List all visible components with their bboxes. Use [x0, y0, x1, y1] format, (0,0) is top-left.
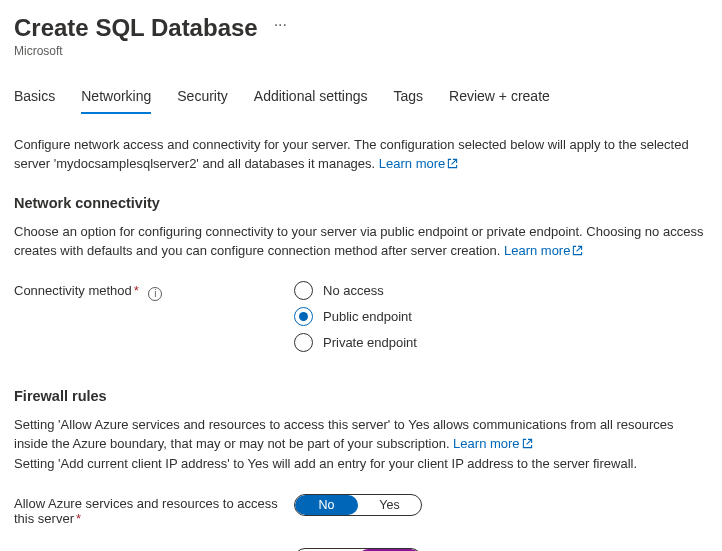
- allow-azure-services-label: Allow Azure services and resources to ac…: [14, 494, 294, 526]
- page-title: Create SQL Database: [14, 14, 258, 42]
- firewall-desc2-body: Setting 'Add current client IP address' …: [14, 456, 637, 471]
- radio-no-access[interactable]: No access: [294, 281, 417, 300]
- firewall-desc1-body: Setting 'Allow Azure services and resour…: [14, 417, 674, 451]
- network-description: Choose an option for configuring connect…: [14, 223, 706, 262]
- radio-label-private: Private endpoint: [323, 335, 417, 350]
- external-link-icon: [447, 156, 458, 175]
- more-actions-button[interactable]: ···: [274, 17, 287, 41]
- publisher-label: Microsoft: [14, 44, 706, 58]
- intro-text: Configure network access and connectivit…: [14, 136, 706, 175]
- intro-learn-more-link[interactable]: Learn more: [379, 156, 458, 171]
- radio-icon: [294, 333, 313, 352]
- tab-bar: Basics Networking Security Additional se…: [14, 84, 706, 114]
- radio-icon: [294, 281, 313, 300]
- tab-review-create[interactable]: Review + create: [449, 84, 550, 114]
- tab-networking[interactable]: Networking: [81, 84, 151, 114]
- firewall-rules-heading: Firewall rules: [14, 388, 706, 404]
- network-desc-body: Choose an option for configuring connect…: [14, 224, 703, 258]
- network-learn-more-link[interactable]: Learn more: [504, 243, 583, 258]
- radio-label-public: Public endpoint: [323, 309, 412, 324]
- network-connectivity-heading: Network connectivity: [14, 195, 706, 211]
- allow-azure-services-toggle[interactable]: No Yes: [294, 494, 422, 516]
- tab-basics[interactable]: Basics: [14, 84, 55, 114]
- connectivity-method-label: Connectivity method* i: [14, 281, 294, 301]
- toggle-option-no[interactable]: No: [295, 495, 358, 515]
- external-link-icon: [572, 243, 583, 262]
- tab-additional-settings[interactable]: Additional settings: [254, 84, 368, 114]
- radio-public-endpoint[interactable]: Public endpoint: [294, 307, 417, 326]
- tab-security[interactable]: Security: [177, 84, 228, 114]
- radio-private-endpoint[interactable]: Private endpoint: [294, 333, 417, 352]
- required-indicator: *: [134, 283, 139, 298]
- tab-tags[interactable]: Tags: [393, 84, 423, 114]
- radio-label-no-access: No access: [323, 283, 384, 298]
- required-indicator: *: [76, 511, 81, 526]
- radio-icon: [294, 307, 313, 326]
- firewall-description: Setting 'Allow Azure services and resour…: [14, 416, 706, 474]
- external-link-icon: [522, 436, 533, 455]
- firewall-learn-more-link[interactable]: Learn more: [453, 436, 532, 451]
- info-icon[interactable]: i: [148, 287, 162, 301]
- toggle-option-yes[interactable]: Yes: [358, 495, 421, 515]
- connectivity-method-radio-group: No access Public endpoint Private endpoi…: [294, 281, 417, 352]
- intro-body: Configure network access and connectivit…: [14, 137, 689, 171]
